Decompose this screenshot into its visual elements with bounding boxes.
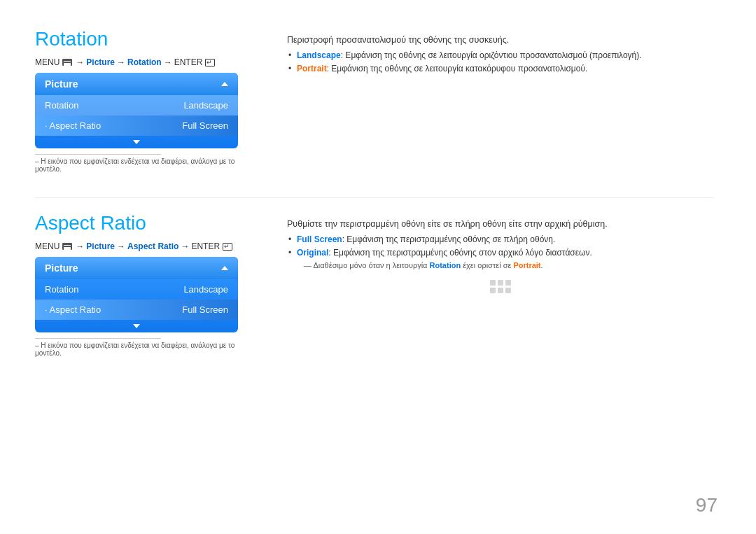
rotation-right-col: Περιστροφή προσανατολισμού της οθόνης τη… — [287, 28, 714, 173]
enter-icon2 — [223, 243, 232, 251]
sub-note-rotation: Rotation — [430, 261, 461, 269]
aspect-bullets: Full Screen: Εμφάνιση της περιστραμμένης… — [287, 234, 714, 258]
chevron-up-icon2 — [221, 266, 228, 270]
svg-rect-5 — [505, 288, 511, 293]
menu-text2: MENU — [35, 241, 59, 251]
original-text: : Εμφάνιση της περιστραμμένης οθόνης στο… — [328, 248, 592, 258]
rotation-bullets: Landscape: Εμφάνιση της οθόνης σε λειτου… — [287, 50, 714, 73]
row-label-aspect2: · Aspect Ratio — [45, 304, 101, 315]
menu-footer2 — [35, 320, 238, 332]
aspect-intro: Ρυθμίστε την περιστραμμένη οθόνη είτε σε… — [287, 219, 714, 229]
aspect-ratio-section: Aspect Ratio MENU → Picture → Aspect Rat… — [35, 212, 714, 357]
menu-footer — [35, 136, 238, 148]
row-label-rotation2: Rotation — [45, 284, 78, 295]
grid-icon — [490, 280, 511, 294]
note-divider — [35, 154, 161, 155]
note-divider2 — [35, 338, 161, 339]
menu-text: MENU — [35, 57, 59, 67]
menu-row-rotation[interactable]: Rotation Landscape — [35, 95, 238, 115]
svg-rect-4 — [498, 288, 503, 293]
picture-header-label2: Picture — [45, 262, 78, 274]
svg-rect-0 — [490, 280, 496, 286]
menu-icon2 — [62, 243, 72, 250]
grid-icon-area — [287, 280, 714, 297]
picture-link2: Picture — [86, 241, 115, 251]
menu-row-aspect-ratio[interactable]: · Aspect Ratio Full Screen — [35, 115, 238, 136]
section-divider — [35, 197, 714, 198]
aspect-bullet-original: Original: Εμφάνιση της περιστραμμένης οθ… — [287, 248, 714, 258]
rotation-bullet-landscape: Landscape: Εμφάνιση της οθόνης σε λειτου… — [287, 50, 714, 60]
picture-link: Picture — [86, 57, 115, 67]
aspect-menu-path: MENU → Picture → Aspect Ratio → ENTER — [35, 241, 259, 251]
rotation-section: Rotation MENU → Picture → Rotation → ENT… — [35, 28, 714, 173]
original-label: Original — [297, 248, 328, 258]
fullscreen-text: : Εμφάνιση της περιστραμμένης οθόνης σε … — [342, 234, 556, 244]
aspect-left-col: Aspect Ratio MENU → Picture → Aspect Rat… — [35, 212, 259, 357]
menu-row-aspect-ratio2[interactable]: · Aspect Ratio Full Screen — [35, 300, 238, 320]
rotation-picture-menu: Picture Rotation Landscape · Aspect Rati… — [35, 73, 238, 148]
rotation-note: – Η εικόνα που εμφανίζεται ενδέχεται να … — [35, 157, 259, 173]
aspect-note: – Η εικόνα που εμφανίζεται ενδέχεται να … — [35, 342, 259, 357]
svg-rect-2 — [505, 280, 511, 286]
page-number: 97 — [696, 494, 718, 517]
sub-note-end: . — [541, 261, 543, 269]
rotation-title: Rotation — [35, 28, 259, 50]
row-label-rotation: Rotation — [45, 100, 78, 111]
portrait-label: Portrait — [297, 64, 327, 73]
picture-menu-header: Picture — [35, 73, 238, 95]
landscape-label: Landscape — [297, 50, 341, 60]
rotation-menu-path: MENU → Picture → Rotation → ENTER — [35, 57, 259, 67]
rotation-bullet-portrait: Portrait: Εμφάνιση της οθόνης σε λειτουρ… — [287, 64, 714, 73]
svg-rect-1 — [498, 280, 503, 286]
menu-icon — [62, 59, 72, 66]
picture-header-label: Picture — [45, 78, 78, 90]
chevron-down-icon — [133, 140, 140, 144]
aspect-picture-menu: Picture Rotation Landscape · Aspect Rati… — [35, 257, 238, 332]
fullscreen-label: Full Screen — [297, 234, 342, 244]
aspect-ratio-title: Aspect Ratio — [35, 212, 259, 234]
row-value-aspect2: Full Screen — [182, 304, 228, 315]
menu-row-rotation2[interactable]: Rotation Landscape — [35, 279, 238, 300]
picture-menu-header2: Picture — [35, 257, 238, 279]
page: Rotation MENU → Picture → Rotation → ENT… — [0, 0, 756, 534]
landscape-text: : Εμφάνιση της οθόνης σε λειτουργία οριζ… — [341, 50, 642, 60]
sub-note-text: Διαθέσιμο μόνο όταν η λειτουργία — [313, 261, 429, 269]
chevron-up-icon — [221, 82, 228, 86]
rotation-left-col: Rotation MENU → Picture → Rotation → ENT… — [35, 28, 259, 173]
chevron-down-icon2 — [133, 324, 140, 328]
row-value-aspect: Full Screen — [182, 120, 228, 131]
row-value-rotation2: Landscape — [183, 284, 228, 295]
aspect-sub-note: Διαθέσιμο μόνο όταν η λειτουργία Rotatio… — [287, 261, 714, 269]
rotation-link: Rotation — [127, 57, 162, 67]
sub-note-portrait: Portrait — [513, 261, 540, 269]
rotation-intro: Περιστροφή προσανατολισμού της οθόνης τη… — [287, 35, 714, 45]
svg-rect-3 — [490, 288, 496, 293]
sub-note-mid: έχει οριστεί σε — [461, 261, 513, 269]
aspect-bullet-fullscreen: Full Screen: Εμφάνιση της περιστραμμένης… — [287, 234, 714, 244]
aspect-right-col: Ρυθμίστε την περιστραμμένη οθόνη είτε σε… — [287, 212, 714, 357]
aspect-ratio-link: Aspect Ratio — [127, 241, 178, 251]
row-label-aspect: · Aspect Ratio — [45, 120, 101, 131]
enter-icon — [205, 59, 215, 66]
portrait-text: : Εμφάνιση της οθόνης σε λειτουργία κατα… — [327, 64, 588, 73]
row-value-rotation: Landscape — [183, 100, 228, 111]
